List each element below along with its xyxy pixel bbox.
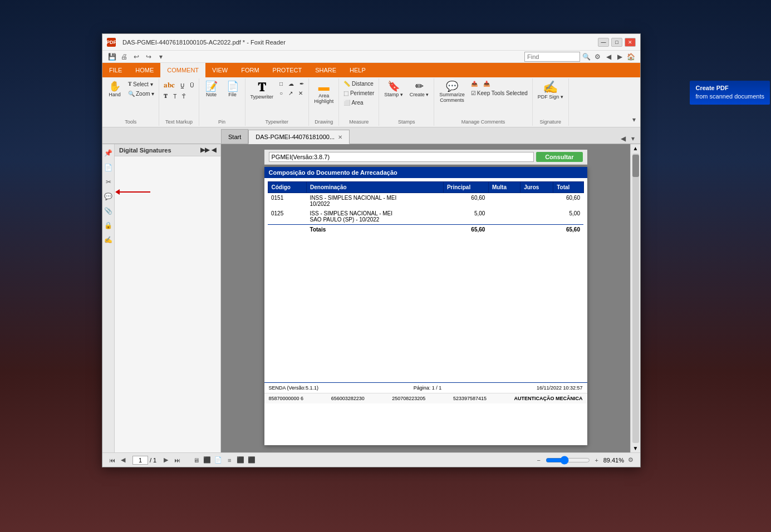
file-icon: 📄 <box>227 81 239 91</box>
first-page-button[interactable]: ⏮ <box>107 455 117 465</box>
back-nav-button[interactable]: ◀ <box>603 52 613 62</box>
arrow-button[interactable]: ↗ <box>286 89 295 97</box>
sidebar-expand-icon[interactable]: ▶▶ <box>200 146 209 154</box>
sidebar-nav-icon-4[interactable]: 📎 <box>103 204 114 218</box>
find-icon[interactable]: 🔍 <box>581 52 591 62</box>
title-bar: PDF DAS-PGMEI-44076181000105-AC2022.pdf … <box>102 34 640 51</box>
typewriter-button[interactable]: 𝐓 Typewriter <box>248 80 277 102</box>
zoom-out-button[interactable]: − <box>534 455 544 465</box>
next-page-button[interactable]: ▶ <box>161 455 171 465</box>
single-page-button[interactable]: 📄 <box>213 455 223 465</box>
minimize-button[interactable]: — <box>598 38 609 47</box>
split-button[interactable]: ⬛ <box>247 455 257 465</box>
tab-start[interactable]: Start <box>221 129 248 144</box>
sidebar-nav-icon-3[interactable]: 💬 <box>103 190 114 203</box>
menu-share[interactable]: SHARE <box>308 63 343 77</box>
menu-protect[interactable]: PROTECT <box>266 63 309 77</box>
redo-button[interactable]: ↪ <box>144 52 154 62</box>
tab-document[interactable]: DAS-PGMEI-44076181000... ✕ <box>248 130 350 144</box>
last-page-button[interactable]: ⏭ <box>172 455 182 465</box>
right-tool-btn[interactable]: ▲ <box>632 144 640 152</box>
forward-nav-button[interactable]: ▶ <box>615 52 625 62</box>
sidebar-nav-icon-0[interactable]: 📌 <box>103 146 114 160</box>
tools-group: ✋ Hand 𝐓 Select ▾ 🔍 Zoom ▾ Tools <box>102 78 159 126</box>
sidebar-nav-icon-2[interactable]: ✂ <box>103 175 114 189</box>
zoom-in-button[interactable]: + <box>592 455 602 465</box>
stamp-button[interactable]: 🔖 Stamp ▾ <box>381 80 406 100</box>
undo-button[interactable]: ↩ <box>131 52 141 62</box>
save-button[interactable]: 💾 <box>107 52 117 62</box>
fit-page-button[interactable]: 🖥 <box>191 455 201 465</box>
close-button[interactable]: ✕ <box>625 38 636 47</box>
menu-home[interactable]: HOME <box>129 63 160 77</box>
home-button[interactable]: 🏠 <box>626 52 636 62</box>
find-input[interactable] <box>524 52 580 62</box>
note-button[interactable]: 📝 Note <box>202 80 222 100</box>
menu-file[interactable]: FILE <box>102 63 129 77</box>
maximize-button[interactable]: □ <box>611 38 622 47</box>
pdf-sign-button[interactable]: ✍ PDF Sign ▾ <box>535 80 566 102</box>
more-button[interactable]: ▾ <box>156 52 166 62</box>
checkbox-icon: ☑ <box>471 90 476 96</box>
rect-draw-button[interactable]: □ <box>277 80 285 88</box>
create-stamp-button[interactable]: ✏ Create ▾ <box>407 80 432 100</box>
settings-button[interactable]: ⚙ <box>592 52 602 62</box>
scroll-thumb[interactable] <box>632 155 639 177</box>
right-scroll-down[interactable]: ▼ <box>632 444 640 452</box>
select-button[interactable]: 𝐓 Select ▾ <box>126 80 156 88</box>
facing-button[interactable]: ⬛ <box>235 455 245 465</box>
sidebar-nav-icon-1[interactable]: 📄 <box>103 161 114 174</box>
highlight-text-button[interactable]: 𝐚𝐛𝐜 <box>161 80 177 91</box>
cloud-draw-button[interactable]: ☁ <box>286 80 296 88</box>
auth-label: AUTENTICAÇÃO MECÂNICA <box>514 396 583 401</box>
zoom-button[interactable]: 🔍 Zoom ▾ <box>126 90 156 98</box>
perimeter-button[interactable]: ⬚ Perimeter <box>341 89 376 97</box>
hand-tool-button[interactable]: ✋ Hand <box>105 80 125 100</box>
prev-page-button[interactable]: ◀ <box>118 455 128 465</box>
print-button[interactable]: 🖨 <box>119 52 129 62</box>
keep-tools-selected-button[interactable]: ☑ Keep Tools Selected <box>469 89 530 97</box>
scroll-track[interactable] <box>632 154 639 443</box>
menu-form[interactable]: FORM <box>234 63 266 77</box>
typewriter-group-label: Typewriter <box>266 118 289 125</box>
zoom-slider[interactable] <box>546 456 590 465</box>
sidebar-collapse-icon[interactable]: ◀ <box>212 146 216 154</box>
file-attach-button[interactable]: 📄 File <box>223 80 243 100</box>
continuous-button[interactable]: ≡ <box>224 455 234 465</box>
document-area[interactable]: Consultar Composição do Documento de Arr… <box>221 144 630 452</box>
pen-button[interactable]: ✒ <box>297 80 306 88</box>
col-total: Total <box>553 182 583 193</box>
tab-scroll-right[interactable]: ▾ <box>628 134 638 144</box>
row2-multa <box>488 209 520 225</box>
export-comments-button[interactable]: 📤 <box>469 80 480 88</box>
strikeout-button[interactable]: Ū <box>188 80 196 91</box>
pdf-search-button[interactable]: Consultar <box>536 152 582 162</box>
menu-help[interactable]: HELP <box>343 63 372 77</box>
import-comments-button[interactable]: 📥 <box>481 80 492 88</box>
menu-comment[interactable]: COMMENT <box>160 63 205 77</box>
drawing-group: ▬ AreaHighlight Drawing <box>309 78 339 126</box>
app-icon: PDF <box>107 38 116 47</box>
eraser-button[interactable]: ✕ <box>296 89 305 97</box>
text-color-button2[interactable]: T <box>171 92 179 101</box>
pdf-search-input[interactable] <box>269 152 534 162</box>
fit-width-button[interactable]: ⬛ <box>202 455 212 465</box>
text-color-button3[interactable]: T̈ <box>180 92 188 101</box>
menu-view[interactable]: VIEW <box>205 63 234 77</box>
page-number-input[interactable] <box>132 456 148 465</box>
cursor-icon: 𝐓 <box>128 81 132 87</box>
area-highlight-button[interactable]: ▬ AreaHighlight <box>311 80 336 106</box>
tab-scroll-left[interactable]: ◀ <box>618 134 628 144</box>
ribbon-expand-button[interactable]: ▾ <box>629 115 639 125</box>
sidebar-nav-icon-5[interactable]: 🔒 <box>103 219 114 232</box>
area-measure-button[interactable]: ⬜ Area <box>341 98 376 107</box>
text-color-button1[interactable]: 𝐓 <box>161 92 170 101</box>
sidebar-nav-icon-6[interactable]: ✍ <box>103 233 114 247</box>
distance-button[interactable]: 📏 Distance <box>341 80 376 88</box>
summarize-comments-button[interactable]: 💬 SummarizeComments <box>436 80 468 105</box>
total-juros <box>520 225 553 235</box>
underline-button[interactable]: U̲ <box>178 80 186 91</box>
oval-button[interactable]: ○ <box>277 89 285 97</box>
tab-close-button[interactable]: ✕ <box>338 134 342 140</box>
zoom-settings-button[interactable]: ⚙ <box>626 455 636 465</box>
